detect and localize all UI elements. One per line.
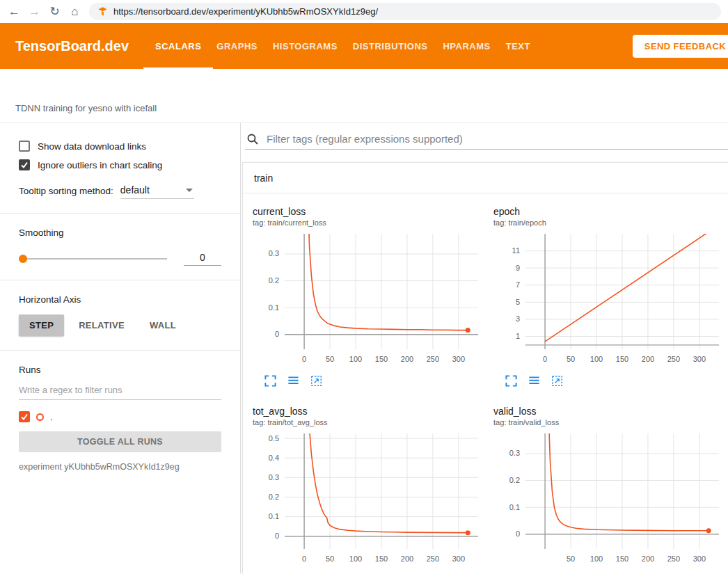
svg-text:50: 50: [326, 355, 334, 363]
train-section-header[interactable]: train: [243, 163, 728, 193]
svg-text:0.2: 0.2: [269, 276, 279, 285]
charts-grid: current_losstag: train/current_loss05010…: [243, 193, 728, 574]
slider-thumb[interactable]: [19, 255, 27, 263]
reload-icon[interactable]: ↻: [45, 0, 65, 23]
line-chart-epoch[interactable]: 0501001502002503001357911: [493, 231, 725, 367]
ignore-outliers-checkbox-row[interactable]: Ignore outliers in chart scaling: [19, 159, 221, 170]
toggle-all-runs-button[interactable]: TOGGLE ALL RUNS: [19, 431, 221, 452]
content: Show data download links Ignore outliers…: [0, 123, 728, 573]
run-checkbox-icon[interactable]: [19, 411, 30, 422]
svg-text:0: 0: [516, 529, 520, 538]
svg-text:100: 100: [590, 355, 603, 363]
experiment-id-label: experiment yKUbhb5wRmOSXYkId1z9eg: [19, 462, 221, 472]
smoothing-slider[interactable]: [19, 258, 167, 260]
expand-chart-icon[interactable]: [505, 374, 518, 388]
checkbox-label: Show data download links: [38, 141, 146, 152]
checkbox-icon[interactable]: [19, 159, 30, 170]
axis-step-button[interactable]: STEP: [19, 314, 64, 336]
chart-toolbar: [264, 374, 484, 388]
smoothing-value[interactable]: 0: [184, 252, 221, 266]
svg-text:250: 250: [427, 555, 439, 563]
chart-title: current_loss: [253, 206, 484, 217]
expand-chart-icon[interactable]: [264, 374, 277, 388]
line-chart-tot_avg_loss[interactable]: 05010015020025030000.10.20.30.40.5: [253, 431, 484, 567]
chart-card-valid_loss: valid_losstag: train/valid_loss501001502…: [493, 406, 725, 574]
fit-domain-icon[interactable]: [310, 374, 323, 388]
tooltip-sorting-row: Tooltip sorting method: default: [19, 184, 221, 199]
svg-text:300: 300: [452, 555, 465, 563]
run-list-item[interactable]: .: [19, 411, 221, 422]
browser-chrome: ← → ↻ ⌂ https://tensorboard.dev/experime…: [0, 0, 728, 23]
address-bar[interactable]: https://tensorboard.dev/experiment/yKUbh…: [89, 3, 721, 20]
svg-text:9: 9: [516, 264, 520, 272]
checkbox-icon[interactable]: [19, 141, 30, 152]
svg-text:0.5: 0.5: [269, 434, 279, 443]
svg-text:0.4: 0.4: [269, 454, 279, 462]
svg-text:150: 150: [375, 555, 388, 563]
svg-text:0.3: 0.3: [509, 449, 520, 457]
axis-wall-button[interactable]: WALL: [139, 314, 187, 336]
chart-tag: tag: train/tot_avg_loss: [253, 418, 484, 426]
svg-text:0: 0: [543, 355, 547, 363]
url-text: https://tensorboard.dev/experiment/yKUbh…: [113, 6, 378, 17]
svg-text:300: 300: [693, 355, 706, 363]
runs-label: Runs: [19, 365, 221, 375]
view-data-icon[interactable]: [287, 374, 300, 388]
home-icon[interactable]: ⌂: [65, 0, 85, 23]
chart-card-epoch: epochtag: train/epoch0501001502002503001…: [493, 206, 725, 388]
chart-title: valid_loss: [493, 406, 725, 417]
runs-filter-input[interactable]: [19, 385, 221, 400]
chart-tag: tag: train/valid_loss: [493, 418, 725, 426]
chart-title: tot_avg_loss: [253, 406, 484, 417]
svg-text:11: 11: [512, 246, 520, 255]
tab-text[interactable]: TEXT: [506, 23, 530, 69]
back-icon[interactable]: ←: [4, 0, 24, 23]
svg-text:50: 50: [567, 555, 575, 563]
svg-text:0: 0: [275, 330, 279, 338]
svg-text:0.3: 0.3: [269, 249, 279, 257]
tag-filter-input[interactable]: [265, 132, 728, 145]
tab-hparams[interactable]: HPARAMS: [443, 23, 490, 69]
checkbox-label: Ignore outliers in chart scaling: [38, 160, 162, 170]
svg-text:300: 300: [452, 355, 465, 363]
svg-text:50: 50: [567, 355, 575, 363]
train-section-card: train current_losstag: train/current_los…: [242, 162, 728, 574]
svg-text:200: 200: [401, 355, 413, 363]
line-chart-current_loss[interactable]: 05010015020025030000.10.20.3: [253, 231, 484, 367]
axis-relative-button[interactable]: RELATIVE: [68, 314, 135, 336]
divider: [0, 280, 240, 280]
smoothing-slider-row: 0: [19, 252, 221, 266]
svg-text:0.2: 0.2: [269, 493, 279, 501]
tooltip-sorting-dropdown[interactable]: default: [120, 184, 194, 199]
svg-text:0: 0: [302, 555, 306, 563]
tab-graphs[interactable]: GRAPHS: [216, 23, 258, 69]
svg-text:200: 200: [642, 555, 654, 563]
tooltip-sorting-label: Tooltip sorting method:: [19, 186, 113, 199]
chart-tag: tag: train/epoch: [493, 218, 725, 227]
svg-text:250: 250: [667, 555, 680, 563]
chart-title: epoch: [493, 206, 725, 217]
svg-text:5: 5: [516, 298, 520, 306]
svg-text:200: 200: [401, 555, 413, 563]
show-download-links-checkbox-row[interactable]: Show data download links: [19, 141, 221, 152]
chart-card-tot_avg_loss: tot_avg_losstag: train/tot_avg_loss05010…: [253, 406, 484, 574]
tab-distributions[interactable]: DISTRIBUTIONS: [353, 23, 428, 69]
divider: [0, 350, 240, 351]
tab-scalars[interactable]: SCALARS: [155, 23, 201, 69]
svg-text:150: 150: [375, 355, 388, 363]
send-feedback-button[interactable]: SEND FEEDBACK: [633, 35, 728, 58]
chart-card-current_loss: current_losstag: train/current_loss05010…: [253, 206, 484, 388]
svg-text:50: 50: [326, 555, 334, 563]
tab-histograms[interactable]: HISTOGRAMS: [273, 23, 338, 69]
line-chart-valid_loss[interactable]: 5010015020025030000.10.20.3: [493, 431, 725, 567]
svg-text:150: 150: [616, 355, 628, 363]
svg-text:3: 3: [516, 314, 520, 323]
experiment-title: TDNN training for yesno with icefall: [15, 103, 157, 113]
view-data-icon[interactable]: [528, 374, 541, 388]
horizontal-axis-buttons: STEP RELATIVE WALL: [19, 314, 221, 336]
forward-icon[interactable]: →: [24, 0, 45, 23]
smoothing-label: Smoothing: [19, 228, 221, 238]
svg-text:0: 0: [275, 532, 279, 540]
dropdown-value: default: [120, 184, 150, 196]
fit-domain-icon[interactable]: [551, 374, 564, 388]
